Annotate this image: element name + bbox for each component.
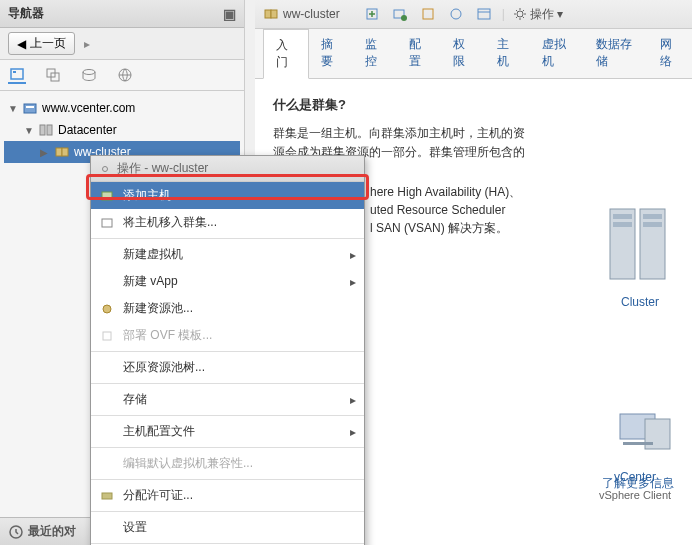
chevron-right-icon: ▸ bbox=[350, 393, 356, 407]
menu-edit-compat: 编辑默认虚拟机兼容性... bbox=[91, 450, 364, 477]
add-host-icon[interactable] bbox=[362, 4, 382, 24]
svg-rect-9 bbox=[47, 125, 52, 135]
cluster-diagram: Cluster bbox=[600, 199, 680, 312]
menu-deploy-ovf: 部署 OVF 模板... bbox=[91, 322, 364, 349]
svg-point-31 bbox=[103, 166, 108, 171]
svg-rect-33 bbox=[102, 219, 112, 227]
svg-rect-11 bbox=[62, 148, 68, 156]
cluster-icon bbox=[54, 144, 70, 160]
storage-view-icon[interactable] bbox=[80, 66, 98, 84]
network-view-icon[interactable] bbox=[116, 66, 134, 84]
tab-summary[interactable]: 摘要 bbox=[309, 29, 353, 78]
svg-rect-22 bbox=[610, 209, 635, 279]
tab-getting-started[interactable]: 入门 bbox=[263, 29, 309, 79]
context-menu: 操作 - ww-cluster 添加主机... 将主机移入群集... 新建虚拟机… bbox=[90, 155, 365, 545]
chevron-right-icon: ▸ bbox=[350, 275, 356, 289]
svg-rect-30 bbox=[623, 442, 653, 445]
collapse-icon[interactable]: ▼ bbox=[24, 125, 34, 136]
chevron-right-icon: ▸ bbox=[350, 248, 356, 262]
chevron-right-icon: ▸ bbox=[350, 425, 356, 439]
tab-bar: 入门 摘要 监控 配置 权限 主机 虚拟机 数据存储 网络 bbox=[255, 29, 692, 79]
actions-label: 操作 bbox=[530, 6, 554, 23]
vms-view-icon[interactable] bbox=[44, 66, 62, 84]
expand-icon[interactable]: ▶ bbox=[40, 147, 50, 158]
overflow-text: here High Availability (HA)、 uted Resour… bbox=[370, 183, 521, 237]
menu-new-vapp[interactable]: 新建 vApp▸ bbox=[91, 268, 364, 295]
svg-rect-10 bbox=[56, 148, 62, 156]
menu-add-host[interactable]: 添加主机... bbox=[91, 182, 364, 209]
breadcrumb[interactable]: ww-cluster bbox=[263, 6, 340, 22]
cluster-diagram-label: Cluster bbox=[600, 293, 680, 312]
recent-label: 最近的对 bbox=[28, 523, 76, 540]
navigator-header: 导航器 ▣ bbox=[0, 0, 244, 28]
svg-rect-23 bbox=[640, 209, 665, 279]
gear-icon bbox=[513, 7, 527, 21]
svg-rect-26 bbox=[643, 214, 662, 219]
svg-rect-1 bbox=[13, 71, 16, 73]
svg-point-34 bbox=[103, 305, 111, 313]
pin-icon[interactable]: ▣ bbox=[223, 6, 236, 22]
svg-rect-8 bbox=[40, 125, 45, 135]
chevron-down-icon: ▾ bbox=[557, 7, 563, 21]
datacenter-icon bbox=[38, 122, 54, 138]
ovf-icon bbox=[99, 328, 115, 344]
navigator-title: 导航器 bbox=[8, 5, 44, 22]
svg-point-21 bbox=[517, 11, 523, 17]
nav-view-icons bbox=[0, 60, 244, 91]
svg-rect-25 bbox=[613, 222, 632, 227]
new-vm-icon[interactable] bbox=[390, 4, 410, 24]
tree-vcenter[interactable]: ▼ www.vcenter.com bbox=[4, 97, 240, 119]
svg-rect-0 bbox=[11, 69, 23, 79]
tab-vms[interactable]: 虚拟机 bbox=[530, 29, 584, 78]
hosts-view-icon[interactable] bbox=[8, 66, 26, 84]
new-pool-icon[interactable] bbox=[446, 4, 466, 24]
datacenter-label: Datacenter bbox=[58, 123, 117, 137]
svg-rect-18 bbox=[423, 9, 433, 19]
menu-settings[interactable]: 设置 bbox=[91, 514, 364, 541]
tree-datacenter[interactable]: ▼ Datacenter bbox=[4, 119, 240, 141]
svg-rect-32 bbox=[102, 192, 112, 200]
license-icon bbox=[99, 488, 115, 504]
svg-rect-13 bbox=[265, 10, 271, 18]
svg-rect-6 bbox=[24, 104, 36, 113]
pool-icon bbox=[99, 301, 115, 317]
crumb-label: ww-cluster bbox=[283, 7, 340, 21]
vcenter-icon bbox=[22, 100, 38, 116]
new-vapp-icon[interactable] bbox=[418, 4, 438, 24]
tab-configure[interactable]: 配置 bbox=[397, 29, 441, 78]
svg-point-17 bbox=[401, 15, 407, 21]
tab-permissions[interactable]: 权限 bbox=[441, 29, 485, 78]
svg-rect-35 bbox=[103, 332, 111, 340]
add-host-icon bbox=[99, 188, 115, 204]
svg-rect-14 bbox=[271, 10, 277, 18]
svg-rect-36 bbox=[102, 493, 112, 499]
svg-point-4 bbox=[83, 70, 95, 75]
menu-host-profiles[interactable]: 主机配置文件▸ bbox=[91, 418, 364, 445]
nav-back-row: ◀ 上一页 ▸ bbox=[0, 28, 244, 60]
top-toolbar: ww-cluster | 操作 ▾ bbox=[255, 0, 692, 29]
learn-more-link[interactable]: 了解更多信息 bbox=[602, 475, 674, 492]
tab-monitor[interactable]: 监控 bbox=[353, 29, 397, 78]
menu-new-vm[interactable]: 新建虚拟机▸ bbox=[91, 241, 364, 268]
collapse-icon[interactable]: ▼ bbox=[8, 103, 18, 114]
schedule-icon[interactable] bbox=[474, 4, 494, 24]
svg-rect-20 bbox=[478, 9, 490, 19]
menu-restore-pool[interactable]: 还原资源池树... bbox=[91, 354, 364, 381]
dropdown-icon[interactable]: ▸ bbox=[84, 37, 90, 51]
arrow-left-icon: ◀ bbox=[17, 37, 26, 51]
actions-menu[interactable]: 操作 ▾ bbox=[513, 6, 563, 23]
gear-icon bbox=[99, 163, 111, 175]
svg-point-19 bbox=[451, 9, 461, 19]
svg-rect-7 bbox=[26, 106, 34, 108]
menu-new-pool[interactable]: 新建资源池... bbox=[91, 295, 364, 322]
menu-assign-license[interactable]: 分配许可证... bbox=[91, 482, 364, 509]
tab-hosts[interactable]: 主机 bbox=[485, 29, 529, 78]
tab-datastores[interactable]: 数据存储 bbox=[584, 29, 648, 78]
menu-move-host[interactable]: 将主机移入群集... bbox=[91, 209, 364, 236]
menu-storage[interactable]: 存储▸ bbox=[91, 386, 364, 413]
back-button[interactable]: ◀ 上一页 bbox=[8, 32, 75, 55]
context-menu-header: 操作 - ww-cluster bbox=[91, 156, 364, 182]
cluster-icon bbox=[263, 6, 279, 22]
move-host-icon bbox=[99, 215, 115, 231]
tab-networks[interactable]: 网络 bbox=[648, 29, 692, 78]
